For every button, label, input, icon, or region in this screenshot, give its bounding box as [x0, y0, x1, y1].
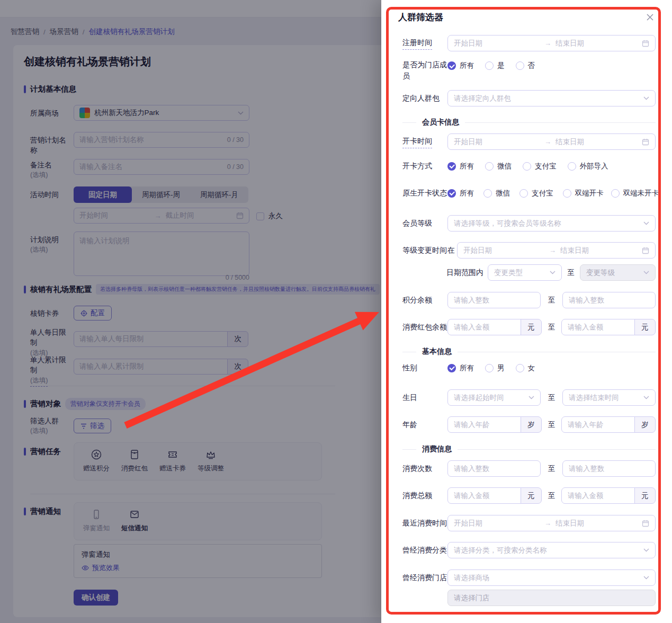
- row-recent-consume-time: 最近消费时间 开始日期 → 结束日期: [402, 515, 656, 531]
- consumed-mall-select[interactable]: 请选择商场: [447, 569, 656, 586]
- to-text: 至: [542, 491, 561, 501]
- yuan-suffix: 元: [634, 487, 656, 504]
- placeholder: 请选择结束时间: [569, 393, 643, 403]
- store-member-label: 是否为门店成员: [402, 59, 447, 82]
- crowd-pack-select[interactable]: 请选择定向人群包: [447, 90, 656, 106]
- radio-icon: [516, 364, 524, 372]
- points-min-input[interactable]: 请输入整数: [447, 292, 541, 308]
- points-balance-label: 积分余额: [402, 295, 447, 306]
- radio-icon: [485, 162, 494, 171]
- age-min-input[interactable]: 请输入年龄: [447, 416, 521, 433]
- consumed-category-label: 曾经消费分类: [402, 545, 447, 556]
- radio-all[interactable]: 所有: [447, 189, 474, 198]
- radio-all[interactable]: 所有: [447, 363, 474, 373]
- radio-checked-icon: [447, 364, 456, 372]
- redpacket-max-group: 请输入金额 元: [561, 319, 656, 335]
- level-change-label: 等级变更时间: [402, 245, 447, 256]
- radio-all[interactable]: 所有: [447, 61, 474, 70]
- consume-count-max-input[interactable]: 请输入整数: [562, 460, 656, 477]
- open-card-date-range[interactable]: 开始日期 → 结束日期: [447, 134, 656, 150]
- start-date-placeholder: 开始日期: [454, 519, 540, 528]
- row-birthday: 生日 请选择起始时间 至 请选择结束时间: [402, 389, 656, 406]
- native-open-status-label: 原生开卡状态: [402, 188, 447, 199]
- birthday-start-select[interactable]: 请选择起始时间: [447, 389, 541, 406]
- redpacket-min-group: 请输入金额 元: [447, 319, 542, 335]
- age-max-group: 请输入年龄 岁: [561, 416, 656, 433]
- consume-total-min-input[interactable]: 请输入金额: [447, 487, 521, 504]
- placeholder: 请输入金额: [454, 323, 515, 332]
- age-max-input[interactable]: 请输入年龄: [561, 416, 635, 433]
- row-consumed-store: 曾经消费门店 请选择商场: [402, 569, 656, 586]
- consumed-category-select[interactable]: 请选择分类，可搜索分类名称: [447, 542, 656, 558]
- age-suffix: 岁: [521, 416, 542, 433]
- level-change-date-range[interactable]: 开始日期 → 结束日期: [457, 242, 656, 259]
- radio-no[interactable]: 否: [516, 61, 535, 70]
- redpacket-min-input[interactable]: 请输入金额: [447, 319, 521, 335]
- change-type-select[interactable]: 变更类型: [488, 264, 562, 281]
- radio-all[interactable]: 所有: [447, 162, 474, 171]
- birthday-end-select[interactable]: 请选择结束时间: [562, 389, 656, 406]
- consume-count-min-input[interactable]: 请输入整数: [447, 460, 541, 477]
- member-level-label: 会员等级: [402, 218, 447, 229]
- row-consumed-category: 曾经消费分类 请选择分类，可搜索分类名称: [402, 542, 656, 558]
- points-max-input[interactable]: 请输入整数: [562, 292, 656, 308]
- section-consume-info: 消费信息: [402, 444, 656, 454]
- calendar-icon: [642, 520, 649, 527]
- placeholder: 请选择等级，可搜索会员等级名称: [454, 219, 643, 228]
- row-consume-count: 消费次数 请输入整数 至 请输入整数: [402, 460, 656, 477]
- yuan-suffix: 元: [521, 487, 542, 504]
- row-consumed-store-sub: 请选择门店: [402, 590, 656, 606]
- radio-female[interactable]: 女: [516, 363, 535, 373]
- radio-checked-icon: [447, 61, 456, 70]
- placeholder: 请输入整数: [454, 464, 534, 474]
- placeholder: 请选择门店: [454, 593, 649, 603]
- radio-icon: [568, 162, 576, 171]
- register-date-range[interactable]: 开始日期 → 结束日期: [447, 35, 656, 51]
- chevron-down-icon: [643, 221, 649, 225]
- calendar-icon: [642, 138, 649, 146]
- consume-total-max-input[interactable]: 请输入金额: [561, 487, 635, 504]
- consume-total-max-group: 请输入金额 元: [561, 487, 656, 504]
- redpacket-max-input[interactable]: 请输入金额: [561, 319, 635, 335]
- radio-male[interactable]: 男: [485, 363, 505, 373]
- row-gender: 性别 所有 男 女: [402, 362, 656, 373]
- yuan-suffix: 元: [634, 319, 656, 335]
- radio-wechat[interactable]: 微信: [485, 162, 512, 171]
- start-date-placeholder: 开始日期: [463, 246, 545, 255]
- chevron-down-icon: [643, 271, 649, 274]
- row-open-card-time: 开卡时间 开始日期 → 结束日期: [402, 134, 656, 150]
- radio-alipay[interactable]: 支付宝: [519, 189, 553, 198]
- radio-wechat[interactable]: 微信: [483, 189, 510, 198]
- row-register-time: 注册时间 开始日期 → 结束日期: [402, 35, 656, 51]
- placeholder: 请选择起始时间: [454, 393, 528, 403]
- start-date-placeholder: 开始日期: [454, 39, 540, 48]
- section-card-info: 会员卡信息: [402, 118, 656, 127]
- placeholder: 请输入金额: [454, 491, 515, 501]
- placeholder: 请选择定向人群包: [454, 94, 643, 103]
- to-text: 至: [542, 420, 561, 430]
- radio-icon: [523, 162, 531, 171]
- radio-yes[interactable]: 是: [485, 61, 505, 70]
- radio-external-import[interactable]: 外部导入: [568, 162, 608, 171]
- change-level-select[interactable]: 变更等级: [580, 264, 656, 281]
- chevron-down-icon: [643, 548, 649, 552]
- radio-alipay[interactable]: 支付宝: [523, 162, 557, 171]
- recent-consume-date-range[interactable]: 开始日期 → 结束日期: [447, 515, 656, 531]
- yuan-suffix: 元: [521, 319, 542, 335]
- to-text: 至: [541, 393, 562, 403]
- chevron-down-icon: [550, 271, 555, 274]
- row-redpacket-balance: 消费红包余额 请输入金额 元 至 请输入金额 元: [402, 319, 656, 335]
- to-text: 至: [541, 464, 562, 474]
- row-level-change-time: 等级变更时间 在 开始日期 → 结束日期: [402, 242, 656, 259]
- section-title: 会员卡信息: [422, 118, 459, 127]
- radio-both-unopened[interactable]: 双端未开卡: [611, 189, 659, 198]
- radio-both-opened[interactable]: 双端开卡: [563, 189, 604, 198]
- close-icon[interactable]: [644, 12, 655, 22]
- radio-checked-icon: [447, 162, 456, 171]
- member-level-select[interactable]: 请选择等级，可搜索会员等级名称: [447, 215, 656, 232]
- placeholder: 变更等级: [586, 268, 643, 278]
- placeholder: 请输入整数: [569, 296, 649, 305]
- consumed-store-select[interactable]: 请选择门店: [447, 590, 656, 606]
- row-age: 年龄 请输入年龄 岁 至 请输入年龄 岁: [402, 416, 656, 433]
- row-native-open-status: 原生开卡状态 所有 微信 支付宝 双端开卡 双端未开卡: [402, 188, 656, 199]
